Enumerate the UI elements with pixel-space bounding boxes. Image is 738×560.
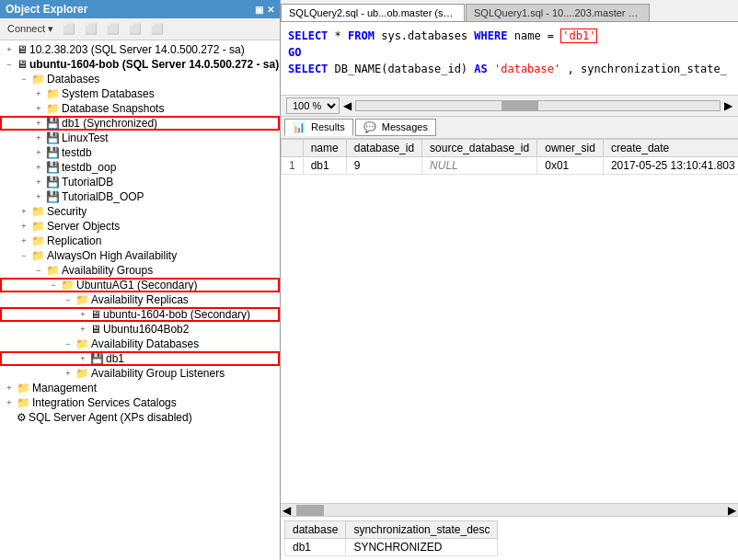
tree-node-db1[interactable]: + 💾 db1 (Synchronized) [0,116,280,131]
server2-icon: 🖥 [17,58,28,71]
scroll-right-btn[interactable]: ▶ [724,99,732,112]
tree-node-avail-dbs[interactable]: − 📁 Availability Databases [0,337,280,351]
expand-icon-avail-groups: − [31,266,46,275]
tree-node-server1[interactable]: + 🖥 10.2.38.203 (SQL Server 14.0.500.272… [0,42,280,57]
query-line-2: GO [288,44,731,61]
tree-node-avail-replicas[interactable]: − 📁 Availability Replicas [0,292,280,307]
tutorialdb-oop-label: TutorialDB_OOP [62,190,144,203]
avail-listeners-icon: 📁 [75,367,89,380]
tree-node-testdb[interactable]: + 💾 testdb [0,145,280,160]
scroll-left-btn[interactable]: ◀ [343,99,352,112]
tree-node-management[interactable]: + 📁 Management [0,381,280,395]
bottom-header-row: database synchronization_state_desc [285,521,498,539]
tab-query2[interactable]: SQLQuery2.sql - ub...ob.master (sa (54))… [281,4,465,21]
tree-node-integration[interactable]: + 📁 Integration Services Catalogs [0,395,280,410]
tree-node-avail-db1[interactable]: + 💾 db1 [0,351,280,366]
results-tabs: 📊 Results 💬 Messages [281,117,738,139]
testdb-oop-label: testdb_oop [62,161,116,174]
sqlagent-label: SQL Server Agent (XPs disabled) [29,411,192,424]
bottom-results: database synchronization_state_desc db1 … [281,516,738,560]
expand-icon-tutorialdb-oop: + [31,192,46,201]
object-explorer-tree: + 🖥 10.2.38.203 (SQL Server 14.0.500.272… [0,40,280,560]
col-header-create-date: create_date [603,140,738,157]
h-scroll-thumb[interactable] [296,505,324,516]
expand-icon-avail-listeners: + [61,369,75,378]
bottom-row-1-sync: SYNCHRONIZED [346,539,498,556]
expand-icon-dbsnap: + [31,104,46,113]
tree-node-avail-listeners[interactable]: + 📁 Availability Group Listeners [0,366,280,381]
keyword-select2: SELECT [288,63,328,75]
testdb-oop-icon: 💾 [46,161,60,174]
query-rest4: , synchronization_state_ [567,63,726,75]
tree-node-dbsnap[interactable]: + 📁 Database Snapshots [0,101,280,116]
alwayson-icon: 📁 [31,249,45,262]
management-label: Management [32,382,97,394]
server-objects-label: Server Objects [47,220,120,233]
expand-icon-databases: − [17,74,31,84]
query-string-database: 'database' [494,63,560,75]
tree-node-security[interactable]: + 📁 Security [0,204,280,219]
expand-icon-alwayson: − [17,251,31,260]
right-panel: SQLQuery2.sql - ub...ob.master (sa (54))… [281,0,738,560]
tab-bar: SQLQuery2.sql - ub...ob.master (sa (54))… [281,0,738,22]
tab-query1-label: SQLQuery1.sql - 10....203.master (sa (71… [474,7,650,18]
keyword-select: SELECT [288,29,328,42]
object-explorer-toolbar: Connect ▾ ⬜ ⬜ ⬜ ⬜ ⬜ [0,18,280,40]
toolbar-btn-3[interactable]: ⬜ [103,21,123,37]
horizontal-scrollbar[interactable] [355,100,721,111]
toolbar-btn-1[interactable]: ⬜ [59,21,79,37]
tree-node-avail-groups[interactable]: − 📁 Availability Groups [0,263,280,278]
tree-node-server-objects[interactable]: + 📁 Server Objects [0,219,280,234]
expand-icon-replication: + [17,236,31,246]
query-string-db1: 'db1' [560,29,597,43]
tree-node-systemdbs[interactable]: + 📁 System Databases [0,86,280,101]
ubuntu1604bob2-icon: 🖥 [90,323,101,336]
management-icon: 📁 [17,382,30,394]
tutorialdb-icon: 💾 [46,176,60,189]
results-table: name database_id source_database_id owne… [281,139,738,175]
tree-node-linuxtest[interactable]: + 💾 LinuxTest [0,131,280,145]
h-scroll-right[interactable]: ▶ [726,504,738,517]
tree-node-tutorialdb[interactable]: + 💾 TutorialDB [0,175,280,189]
tree-node-ubuntu1604bob2[interactable]: + 🖥 Ubuntu1604Bob2 [0,322,280,337]
tree-node-replication[interactable]: + 📁 Replication [0,234,280,248]
row-1-create-date: 2017-05-25 13:10:41.803 [603,157,738,175]
tree-node-ubuntu1604bob[interactable]: + 🖥 ubuntu-1604-bob (Secondary) [0,307,280,322]
expand-icon-ubuntu1604bob: + [75,310,90,319]
row-1-owner-sid: 0x01 [537,157,604,175]
query-editor[interactable]: SELECT * FROM sys.databases WHERE name =… [281,22,738,96]
tree-node-tutorialdb-oop[interactable]: + 💾 TutorialDB_OOP [0,189,280,204]
toolbar-btn-5[interactable]: ⬜ [147,21,167,37]
results-area: 📊 Results 💬 Messages name database_id [281,117,738,560]
connect-button[interactable]: Connect ▾ [4,21,57,37]
expand-icon-testdb: + [31,148,46,157]
tab-query2-label: SQLQuery2.sql - ub...ob.master (sa (54))… [289,7,465,18]
results-header-row: name database_id source_database_id owne… [282,140,739,157]
results-h-scroll[interactable]: ◀ ▶ [281,503,738,516]
query-line-1: SELECT * FROM sys.databases WHERE name =… [288,28,731,44]
tab-query1[interactable]: SQLQuery1.sql - 10....203.master (sa (71… [466,4,650,21]
ubuntu1604bob-icon: 🖥 [90,308,101,321]
results-tab-messages[interactable]: 💬 Messages [355,119,436,136]
expand-icon-server-objects: + [17,222,31,231]
zoom-select[interactable]: 100 % [286,97,340,114]
messages-tab-label: Messages [382,121,428,132]
databases-label: Databases [47,73,99,86]
bottom-row-1-database: db1 [285,539,346,556]
toolbar-btn-4[interactable]: ⬜ [125,21,145,37]
expand-icon-management: + [2,383,17,393]
h-scroll-left[interactable]: ◀ [281,504,293,517]
tree-node-server2[interactable]: − 🖥 ubuntu-1604-bob (SQL Server 14.0.500… [0,57,280,72]
tree-node-ubuntuag1[interactable]: − 📁 UbuntuAG1 (Secondary) [0,278,280,292]
expand-icon-server2: − [2,60,17,69]
bottom-table-row: db1 SYNCHRONIZED [285,539,498,556]
ubuntuag1-icon: 📁 [61,279,75,291]
tree-node-alwayson[interactable]: − 📁 AlwaysOn High Availability [0,248,280,263]
tree-node-testdb-oop[interactable]: + 💾 testdb_oop [0,160,280,175]
alwayson-label: AlwaysOn High Availability [47,249,177,262]
toolbar-btn-2[interactable]: ⬜ [81,21,101,37]
results-tab-results[interactable]: 📊 Results [284,119,353,136]
tree-node-databases[interactable]: − 📁 Databases [0,72,280,86]
tree-node-sqlagent[interactable]: ⚙ SQL Server Agent (XPs disabled) [0,410,280,425]
keyword-as: AS [474,63,487,75]
